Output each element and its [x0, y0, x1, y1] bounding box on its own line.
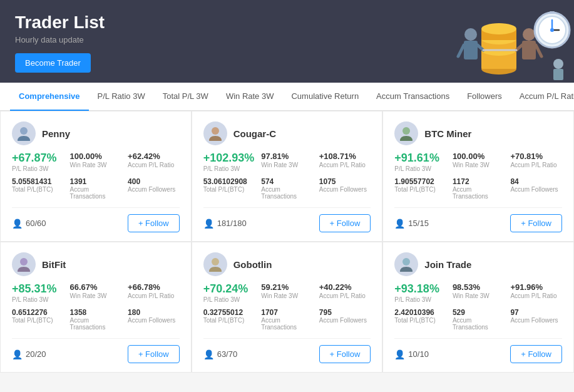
card-header: BitFit [12, 252, 180, 276]
pl-ratio-label: P/L Ratio 3W [203, 296, 255, 303]
accum-tx-block: 1172 Accum Transactions [453, 177, 505, 200]
svg-point-26 [402, 127, 410, 135]
tab-total-p/l-3w[interactable]: Total P/L 3W [154, 83, 217, 111]
accum-tx-label: Accum Transactions [70, 186, 122, 200]
followers-icon: 👤 [203, 349, 214, 359]
follow-button[interactable]: + Follow [510, 345, 562, 363]
follow-button[interactable]: + Follow [128, 214, 180, 232]
accum-tx-value: 529 [453, 308, 505, 317]
accum-tx-label: Accum Transactions [453, 317, 505, 331]
pl-ratio-label: P/L Ratio 3W [203, 165, 255, 172]
stats-row-1: +67.87% P/L Ratio 3W 100.00% Win Rate 3W… [12, 152, 180, 172]
pl-ratio-block: +91.61% P/L Ratio 3W [394, 152, 446, 172]
avatar [394, 121, 418, 145]
followers-count: 👤 15/15 [394, 219, 429, 229]
accum-pl-label: Accum P/L Ratio [510, 292, 562, 299]
stats-row-1: +70.24% P/L Ratio 3W 59.21% Win Rate 3W … [203, 282, 371, 303]
win-rate-block: 59.21% Win Rate 3W [261, 282, 313, 303]
header-illustration [436, 6, 561, 75]
total-pl-value: 1.90557702 [394, 177, 446, 186]
total-pl-label: Total P/L(BTC) [12, 186, 64, 193]
svg-point-22 [553, 59, 563, 69]
followers-count: 👤 20/20 [12, 349, 46, 359]
follow-button[interactable]: + Follow [128, 345, 180, 363]
stats-row-1: +85.31% P/L Ratio 3W 66.67% Win Rate 3W … [12, 282, 180, 303]
trader-card: Join Trade +93.18% P/L Ratio 3W 98.53% W… [382, 242, 574, 373]
followers-ratio: 20/20 [26, 349, 46, 359]
follow-button[interactable]: + Follow [319, 214, 371, 232]
trader-card: Cougar-C +102.93% P/L Ratio 3W 97.81% Wi… [192, 111, 383, 242]
win-rate-label: Win Rate 3W [70, 162, 122, 168]
card-footer: 👤 181/180 + Follow [203, 207, 371, 232]
card-header: Cougar-C [203, 121, 371, 145]
follow-button[interactable]: + Follow [510, 214, 562, 232]
followers-icon: 👤 [12, 349, 23, 359]
tab-accum-transactions[interactable]: Accum Transactions [367, 83, 458, 111]
win-rate-block: 100.00% Win Rate 3W [70, 152, 122, 172]
followers-icon: 👤 [394, 349, 405, 359]
avatar [12, 121, 36, 145]
become-trader-button[interactable]: Become Trader [15, 53, 91, 73]
accum-pl-value: +40.22% [319, 282, 371, 292]
total-pl-value: 0.32755012 [203, 308, 255, 317]
accum-followers-block: 97 Accum Followers [510, 308, 562, 331]
accum-pl-label: Accum P/L Ratio [128, 292, 180, 299]
followers-ratio: 63/70 [217, 349, 238, 359]
pl-ratio-block: +102.93% P/L Ratio 3W [203, 152, 255, 172]
followers-ratio: 15/15 [408, 219, 429, 228]
win-rate-block: 66.67% Win Rate 3W [70, 282, 122, 303]
accum-pl-block: +108.71% Accum P/L Ratio [319, 152, 371, 172]
accum-pl-label: Accum P/L Ratio [510, 162, 562, 168]
svg-rect-21 [550, 11, 555, 14]
tab-comprehensive[interactable]: Comprehensive [10, 83, 89, 111]
win-rate-block: 98.53% Win Rate 3W [453, 282, 505, 303]
trader-card: BTC Miner +91.61% P/L Ratio 3W 100.00% W… [382, 111, 574, 242]
accum-tx-value: 1358 [70, 308, 122, 317]
svg-point-24 [20, 127, 28, 135]
total-pl-block: 1.90557702 Total P/L(BTC) [394, 177, 446, 200]
card-header: BTC Miner [394, 121, 562, 145]
total-pl-block: 5.05581431 Total P/L(BTC) [12, 177, 64, 200]
stats-row-2: 5.05581431 Total P/L(BTC) 1391 Accum Tra… [12, 177, 180, 200]
accum-followers-label: Accum Followers [510, 186, 562, 193]
total-pl-label: Total P/L(BTC) [203, 186, 255, 193]
accum-tx-block: 1358 Accum Transactions [70, 308, 122, 331]
tab-accum-p/l-ratio[interactable]: Accum P/L Ratio [511, 83, 574, 111]
pl-ratio-label: P/L Ratio 3W [394, 165, 446, 172]
pl-ratio-value: +93.18% [394, 282, 446, 296]
total-pl-value: 0.6512276 [12, 308, 64, 317]
total-pl-label: Total P/L(BTC) [394, 317, 446, 324]
total-pl-block: 0.6512276 Total P/L(BTC) [12, 308, 64, 331]
accum-followers-label: Accum Followers [128, 317, 180, 324]
total-pl-block: 53.06102908 Total P/L(BTC) [203, 177, 255, 200]
card-header: Gobotlin [203, 252, 371, 276]
header: Trader List Hourly data update Become Tr… [0, 0, 574, 83]
accum-tx-label: Accum Transactions [261, 317, 313, 331]
tab-win-rate-3w[interactable]: Win Rate 3W [217, 83, 283, 111]
tabs-bar: ComprehensiveP/L Ratio 3WTotal P/L 3WWin… [0, 83, 574, 111]
tab-cumulative-return[interactable]: Cumulative Return [282, 83, 367, 111]
tab-p/l-ratio-3w[interactable]: P/L Ratio 3W [89, 83, 154, 111]
tabs-container: ComprehensiveP/L Ratio 3WTotal P/L 3WWin… [10, 83, 574, 110]
svg-point-28 [212, 258, 219, 266]
accum-tx-value: 574 [261, 177, 313, 186]
pl-ratio-block: +67.87% P/L Ratio 3W [12, 152, 64, 172]
tab-followers[interactable]: Followers [458, 83, 511, 111]
followers-icon: 👤 [203, 219, 214, 229]
pl-ratio-value: +102.93% [203, 152, 255, 165]
svg-point-11 [523, 28, 535, 41]
card-footer: 👤 10/10 + Follow [394, 338, 562, 363]
win-rate-label: Win Rate 3W [70, 292, 122, 299]
pl-ratio-block: +70.24% P/L Ratio 3W [203, 282, 255, 303]
accum-followers-label: Accum Followers [319, 317, 371, 324]
accum-tx-label: Accum Transactions [261, 186, 313, 200]
pl-ratio-block: +85.31% P/L Ratio 3W [12, 282, 64, 303]
trader-name: Gobotlin [233, 259, 272, 270]
accum-tx-block: 1707 Accum Transactions [261, 308, 313, 331]
accum-followers-value: 400 [128, 177, 180, 186]
follow-button[interactable]: + Follow [319, 345, 371, 363]
card-footer: 👤 15/15 + Follow [394, 207, 562, 232]
accum-followers-value: 1075 [319, 177, 371, 186]
stats-row-1: +102.93% P/L Ratio 3W 97.81% Win Rate 3W… [203, 152, 371, 172]
pl-ratio-value: +91.61% [394, 152, 446, 165]
